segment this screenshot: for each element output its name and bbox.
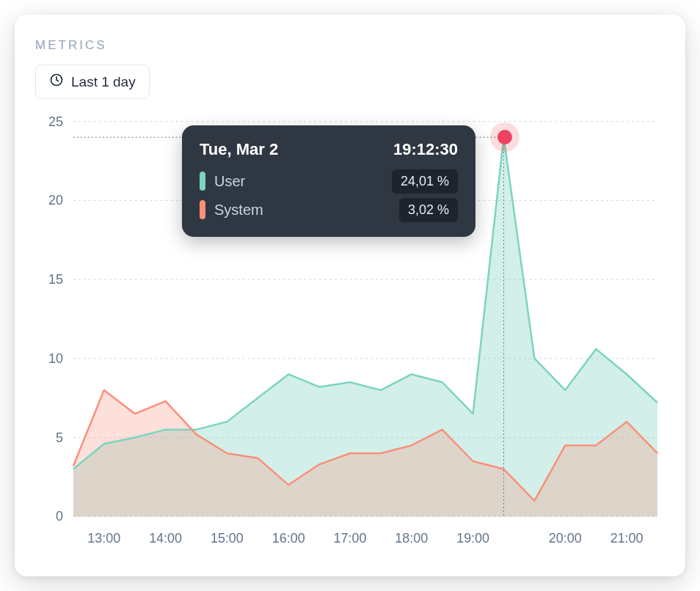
swatch-system-icon [200,200,205,219]
svg-text:21:00: 21:00 [610,531,644,546]
svg-text:10: 10 [48,351,63,366]
svg-text:17:00: 17:00 [334,531,367,546]
svg-text:16:00: 16:00 [272,531,305,546]
svg-text:20:00: 20:00 [549,531,582,546]
tooltip-date: Tue, Mar 2 [200,140,278,159]
tooltip-value-system: 3,02 % [399,198,458,222]
tooltip-value-user: 24,01 % [392,169,458,194]
svg-text:25: 25 [48,114,63,129]
time-range-button[interactable]: Last 1 day [35,65,150,99]
tooltip-label-user: User [214,173,383,190]
tooltip-row-user: User 24,01 % [200,169,458,194]
svg-text:18:00: 18:00 [395,531,428,546]
svg-text:19:00: 19:00 [456,531,489,546]
card-title: METRICS [35,38,665,53]
svg-text:14:00: 14:00 [149,531,182,546]
time-range-label: Last 1 day [71,74,136,90]
svg-text:15: 15 [48,272,63,287]
svg-text:0: 0 [56,509,63,524]
chart-tooltip: Tue, Mar 2 19:12:30 User 24,01 % System … [182,125,475,237]
svg-text:15:00: 15:00 [211,531,244,546]
clock-icon [49,73,64,91]
tooltip-row-system: System 3,02 % [200,198,458,222]
tooltip-label-system: System [214,202,390,219]
metrics-card: METRICS Last 1 day 0510152025 13:0014:00… [15,15,685,576]
svg-text:20: 20 [48,193,63,208]
svg-text:5: 5 [56,430,63,445]
svg-text:13:00: 13:00 [87,531,120,546]
swatch-user-icon [200,172,205,191]
chart-container: 0510152025 13:0014:0015:0016:0017:0018:0… [35,114,665,554]
tooltip-time: 19:12:30 [393,140,458,159]
